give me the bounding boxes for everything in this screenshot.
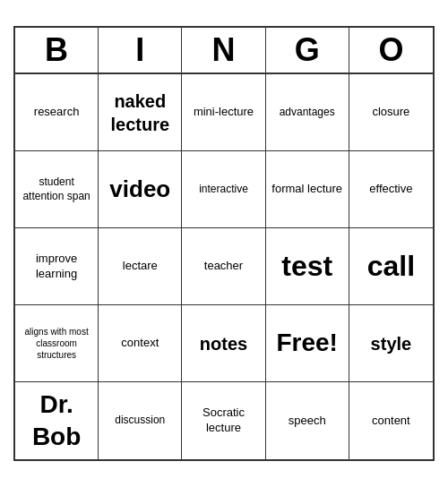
header-n: N	[182, 28, 265, 73]
header-b: B	[15, 28, 99, 73]
header-o: O	[349, 28, 433, 73]
bingo-cell-15: aligns with most classroom structures	[15, 305, 99, 382]
bingo-cell-10: improve learning	[15, 228, 99, 305]
bingo-header: B I N G O	[15, 28, 433, 74]
bingo-cell-9: effective	[349, 151, 433, 228]
bingo-cell-16: context	[99, 305, 182, 382]
bingo-cell-21: discussion	[99, 382, 182, 459]
bingo-cell-5: student attention span	[15, 151, 99, 228]
bingo-cell-19: style	[349, 305, 433, 382]
bingo-grid: researchnaked lecturemini-lectureadvanta…	[15, 74, 433, 459]
bingo-cell-17: notes	[182, 305, 265, 382]
bingo-cell-1: naked lecture	[99, 74, 182, 151]
bingo-cell-6: video	[99, 151, 182, 228]
bingo-cell-3: advantages	[266, 74, 349, 151]
bingo-cell-12: teacher	[182, 228, 265, 305]
bingo-cell-0: research	[15, 74, 99, 151]
header-g: G	[266, 28, 349, 73]
bingo-cell-4: closure	[349, 74, 433, 151]
bingo-cell-18: Free!	[266, 305, 349, 382]
bingo-cell-14: call	[349, 228, 433, 305]
bingo-cell-20: Dr. Bob	[15, 382, 99, 459]
bingo-cell-11: lectare	[99, 228, 182, 305]
bingo-cell-7: interactive	[182, 151, 265, 228]
header-i: I	[99, 28, 182, 73]
bingo-cell-2: mini-lecture	[182, 74, 265, 151]
bingo-cell-23: speech	[266, 382, 349, 459]
bingo-card: B I N G O researchnaked lecturemini-lect…	[13, 26, 435, 461]
bingo-cell-13: test	[266, 228, 349, 305]
bingo-cell-8: formal lecture	[266, 151, 349, 228]
bingo-cell-22: Socratic lecture	[182, 382, 265, 459]
bingo-cell-24: content	[349, 382, 433, 459]
